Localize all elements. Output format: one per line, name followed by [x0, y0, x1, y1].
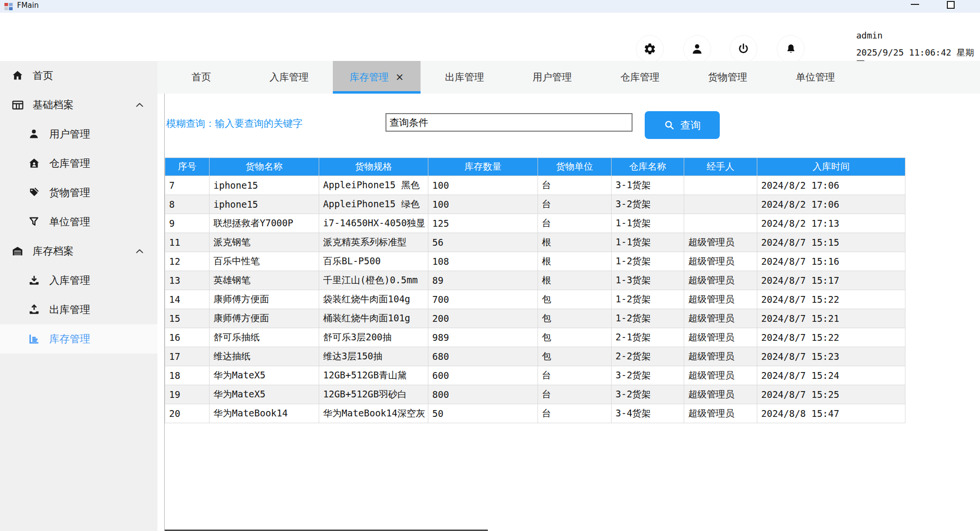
sidebar-item-warehouse-mgmt[interactable]: 仓库管理 — [0, 149, 157, 178]
table-cell[interactable]: 3-4货架 — [612, 404, 684, 423]
table-cell[interactable]: 2024/8/7 15:25 — [757, 385, 905, 404]
table-cell[interactable]: 7 — [165, 176, 210, 195]
minimize-button[interactable] — [906, 0, 923, 12]
table-cell[interactable]: 派克精英系列标准型 — [319, 233, 428, 252]
table-cell[interactable]: 包 — [538, 290, 612, 309]
table-cell[interactable]: 2024/8/7 15:15 — [757, 233, 905, 252]
table-cell[interactable]: 包 — [538, 309, 612, 328]
table-cell[interactable]: 超级管理员 — [684, 233, 757, 252]
sidebar-item-unit-mgmt[interactable]: 单位管理 — [0, 207, 157, 236]
table-cell[interactable]: 17 — [165, 347, 210, 366]
table-cell[interactable]: 8 — [165, 195, 210, 214]
table-cell[interactable]: 11 — [165, 233, 210, 252]
logout-button[interactable] — [730, 35, 757, 63]
table-cell[interactable]: 联想拯救者Y7000P — [210, 214, 319, 233]
table-cell[interactable]: 1-1货架 — [612, 233, 684, 252]
table-cell[interactable]: 89 — [428, 271, 538, 290]
table-cell[interactable]: 3-1货架 — [612, 176, 684, 195]
table-cell[interactable]: 2024/8/7 15:23 — [757, 347, 905, 366]
table-cell[interactable]: 超级管理员 — [684, 328, 757, 347]
tab-close-icon[interactable]: × — [395, 72, 404, 82]
table-cell[interactable]: 600 — [428, 366, 538, 385]
table-cell[interactable]: 百乐BL-P500 — [319, 252, 428, 271]
table-cell[interactable] — [684, 214, 757, 233]
table-cell[interactable]: 超级管理员 — [684, 252, 757, 271]
table-cell[interactable]: 台 — [538, 214, 612, 233]
table-row[interactable]: 11派克钢笔派克精英系列标准型56根1-1货架超级管理员2024/8/7 15:… — [165, 233, 905, 252]
table-cell[interactable]: 12 — [165, 252, 210, 271]
table-cell[interactable]: 100 — [428, 176, 538, 195]
table-row[interactable]: 12百乐中性笔百乐BL-P500108根1-2货架超级管理员2024/8/7 1… — [165, 252, 905, 271]
tab-home[interactable]: 首页 — [157, 61, 245, 94]
sidebar-item-outbound-mgmt[interactable]: 出库管理 — [0, 295, 157, 324]
table-cell[interactable]: 根 — [538, 233, 612, 252]
table-cell[interactable]: 18 — [165, 366, 210, 385]
table-cell[interactable]: 100 — [428, 195, 538, 214]
table-cell[interactable]: 2024/8/8 15:47 — [757, 404, 905, 423]
table-cell[interactable]: 13 — [165, 271, 210, 290]
table-cell[interactable]: 康师傅方便面 — [210, 290, 319, 309]
table-cell[interactable]: 1-1货架 — [612, 214, 684, 233]
sidebar-item-user-mgmt[interactable]: 用户管理 — [0, 119, 157, 149]
table-row[interactable]: 20华为MateBook14华为MateBook14深空灰50台3-4货架超级管… — [165, 404, 905, 423]
tab-outbound-mgmt[interactable]: 出库管理 — [421, 61, 508, 94]
sidebar-item-basic-archive[interactable]: 基础档案 — [0, 90, 157, 119]
table-cell[interactable]: 1-2货架 — [612, 252, 684, 271]
search-input[interactable] — [385, 113, 633, 132]
table-cell[interactable]: 袋装红烧牛肉面104g — [319, 290, 428, 309]
table-cell[interactable]: 台 — [538, 176, 612, 195]
table-cell[interactable]: 台 — [538, 404, 612, 423]
table-cell[interactable]: 康师傅方便面 — [210, 309, 319, 328]
column-header-0[interactable]: 序号 — [165, 158, 210, 176]
table-cell[interactable]: 台 — [538, 385, 612, 404]
table-cell[interactable]: 16 — [165, 328, 210, 347]
table-cell[interactable] — [684, 176, 757, 195]
table-row[interactable]: 18华为MateX512GB+512GB青山黛600台3-2货架超级管理员202… — [165, 366, 905, 385]
table-cell[interactable]: 3-2货架 — [612, 385, 684, 404]
table-cell[interactable]: 2024/8/2 17:06 — [757, 195, 905, 214]
sidebar-item-inventory-mgmt[interactable]: 库存管理 — [0, 324, 157, 354]
table-cell[interactable]: 华为MateX5 — [210, 385, 319, 404]
table-cell[interactable]: i7-14650HX-4050独显 — [319, 214, 428, 233]
table-cell[interactable]: 12GB+512GB青山黛 — [319, 366, 428, 385]
column-header-2[interactable]: 货物规格 — [319, 158, 428, 176]
table-cell[interactable]: 200 — [428, 309, 538, 328]
table-cell[interactable]: 680 — [428, 347, 538, 366]
tab-goods-mgmt[interactable]: 货物管理 — [684, 61, 771, 94]
table-cell[interactable]: 108 — [428, 252, 538, 271]
table-cell[interactable]: 2024/8/7 15:16 — [757, 252, 905, 271]
table-cell[interactable]: 华为MateBook14 — [210, 404, 319, 423]
sidebar-item-inventory-archive[interactable]: 库存档案 — [0, 236, 157, 266]
table-cell[interactable]: 维达抽纸 — [210, 347, 319, 366]
table-cell[interactable]: AppleiPhone15 绿色 — [319, 195, 428, 214]
column-header-4[interactable]: 货物单位 — [538, 158, 612, 176]
table-row[interactable]: 17维达抽纸维达3层150抽680包2-2货架超级管理员2024/8/7 15:… — [165, 347, 905, 366]
table-cell[interactable]: 2024/8/7 15:24 — [757, 366, 905, 385]
column-header-5[interactable]: 仓库名称 — [612, 158, 684, 176]
column-header-3[interactable]: 库存数量 — [428, 158, 538, 176]
table-cell[interactable]: AppleiPhone15 黑色 — [319, 176, 428, 195]
table-cell[interactable]: 800 — [428, 385, 538, 404]
table-cell[interactable]: 2-2货架 — [612, 347, 684, 366]
table-cell[interactable]: 包 — [538, 328, 612, 347]
table-cell[interactable]: 华为MateBook14深空灰 — [319, 404, 428, 423]
table-cell[interactable]: 舒可乐3层200抽 — [319, 328, 428, 347]
table-cell[interactable]: 维达3层150抽 — [319, 347, 428, 366]
table-cell[interactable]: 56 — [428, 233, 538, 252]
table-row[interactable]: 14康师傅方便面袋装红烧牛肉面104g700包1-2货架超级管理员2024/8/… — [165, 290, 905, 309]
table-cell[interactable]: 2024/8/2 17:13 — [757, 214, 905, 233]
table-cell[interactable]: 台 — [538, 195, 612, 214]
tab-inventory-mgmt[interactable]: 库存管理× — [333, 61, 421, 94]
table-cell[interactable]: 1-2货架 — [612, 290, 684, 309]
table-cell[interactable]: 3-2货架 — [612, 366, 684, 385]
table-cell[interactable]: 125 — [428, 214, 538, 233]
table-cell[interactable]: 3-2货架 — [612, 195, 684, 214]
table-cell[interactable]: 20 — [165, 404, 210, 423]
table-cell[interactable]: 英雄钢笔 — [210, 271, 319, 290]
sidebar-item-inbound-mgmt[interactable]: 入库管理 — [0, 266, 157, 295]
table-cell[interactable]: 9 — [165, 214, 210, 233]
search-button[interactable]: 查询 — [645, 111, 720, 139]
table-cell[interactable]: 千里江山(橙色)0.5mm — [319, 271, 428, 290]
table-cell[interactable]: 2-1货架 — [612, 328, 684, 347]
table-cell[interactable]: 2024/8/7 15:22 — [757, 290, 905, 309]
